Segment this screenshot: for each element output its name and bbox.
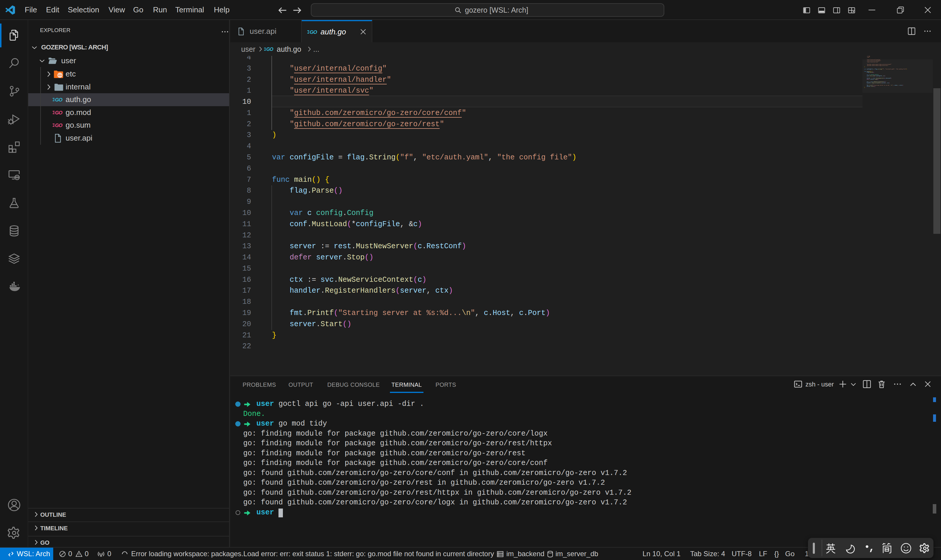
svg-text:GO: GO <box>55 110 62 115</box>
svg-text:GO: GO <box>310 29 317 35</box>
svg-text:GO: GO <box>55 97 62 103</box>
svg-text:GO: GO <box>266 47 274 52</box>
svg-text:GO: GO <box>55 123 62 128</box>
